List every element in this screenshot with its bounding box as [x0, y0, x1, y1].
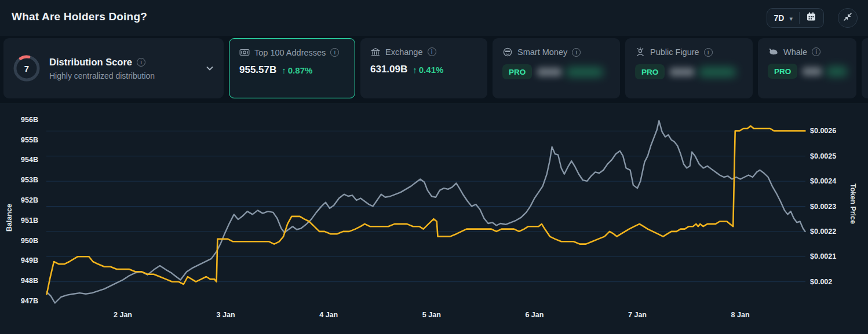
blurred-value — [670, 68, 694, 76]
x-axis-tick: 4 Jan — [319, 311, 338, 319]
blurred-change — [567, 68, 603, 76]
x-axis-tick: 2 Jan — [114, 311, 132, 319]
metric-cards-row: 7 Distribution Score i Highly centralize… — [0, 36, 868, 103]
y-axis-tick: 949B — [21, 256, 38, 265]
blurred-change — [699, 68, 735, 76]
y-axis-tick: 956B — [21, 116, 38, 124]
left-axis-ticks: 947B948B949B950B951B952B953B954B955B956B — [0, 0, 39, 334]
right-axis-ticks: $0.002$0.0021$0.0022$0.0023$0.0024$0.002… — [809, 0, 855, 334]
chart-plot-area[interactable] — [46, 110, 805, 304]
metric-card-top100[interactable]: Top 100 Addresses i 955.57B ↑0.87% — [229, 38, 355, 98]
blurred-value — [537, 68, 561, 76]
panel-header: What Are Holders Doing? 7D ▾ — [0, 0, 868, 36]
y-axis-tick: $0.0022 — [810, 227, 836, 236]
chevron-down-icon[interactable] — [205, 64, 214, 73]
metric-label: Public Figure — [650, 47, 699, 57]
distribution-score-subtitle: Highly centralized distribution — [49, 71, 196, 80]
left-axis-title: Balance — [5, 204, 13, 232]
info-icon[interactable]: i — [137, 58, 145, 67]
up-arrow-icon: ↑ — [282, 65, 286, 75]
distribution-score-title: Distribution Score — [49, 57, 132, 68]
whale-icon — [768, 47, 779, 57]
y-axis-tick: 951B — [21, 216, 38, 225]
chevron-down-icon: ▾ — [789, 15, 793, 23]
holders-panel: What Are Holders Doing? 7D ▾ — [0, 0, 868, 334]
metric-label: Whale — [783, 47, 807, 57]
pro-badge: PRO — [502, 64, 532, 79]
y-axis-tick: 954B — [21, 156, 38, 164]
y-axis-tick: $0.0021 — [810, 252, 836, 260]
x-axis-tick: 7 Jan — [628, 311, 647, 319]
divider — [799, 12, 800, 24]
pro-badge: PRO — [635, 64, 665, 79]
info-icon[interactable]: i — [428, 47, 436, 56]
metric-card-smart-money[interactable]: Smart Money i PRO — [493, 38, 620, 98]
y-axis-tick: $0.002 — [810, 278, 832, 286]
metric-change: ↑0.87% — [282, 65, 312, 75]
metric-card-public-figure[interactable]: Public Figure i PRO — [625, 38, 753, 98]
metric-label: Smart Money — [517, 47, 567, 57]
info-icon[interactable]: i — [572, 48, 581, 57]
metric-label: Top 100 Addresses — [254, 48, 326, 57]
banknote-icon — [239, 47, 250, 57]
y-axis-tick: 952B — [21, 196, 38, 204]
y-axis-tick: $0.0023 — [810, 203, 836, 211]
next-card-peek[interactable] — [862, 38, 868, 98]
x-axis-tick: 8 Jan — [731, 311, 750, 319]
info-icon[interactable]: i — [330, 48, 339, 57]
y-axis-tick: 950B — [21, 237, 38, 245]
y-axis-tick: 955B — [21, 136, 38, 144]
metric-value: 955.57B — [239, 64, 276, 76]
right-axis-title: Token Price — [849, 183, 857, 224]
x-axis-tick: 6 Jan — [525, 311, 544, 319]
range-value: 7D — [774, 13, 785, 23]
up-arrow-icon: ↑ — [413, 65, 417, 75]
y-axis-tick: 953B — [21, 176, 38, 184]
info-icon[interactable]: i — [704, 48, 713, 57]
pro-badge: PRO — [768, 64, 797, 79]
x-axis-tick: 3 Jan — [217, 311, 235, 319]
metric-change: ↑0.41% — [413, 65, 443, 75]
y-axis-tick: $0.0024 — [810, 177, 836, 185]
y-axis-tick: 948B — [21, 277, 38, 285]
public-figure-icon — [635, 47, 645, 57]
metric-label: Exchange — [385, 47, 423, 57]
smart-money-icon — [502, 47, 513, 57]
metric-value: 631.09B — [370, 64, 407, 75]
y-axis-tick: 947B — [21, 297, 38, 305]
y-axis-tick: $0.0026 — [810, 127, 836, 135]
x-axis-tick: 5 Jan — [422, 311, 441, 319]
metric-card-exchange[interactable]: Exchange i 631.09B ↑0.41% — [360, 38, 487, 98]
bank-icon — [370, 47, 381, 57]
y-axis-tick: $0.0025 — [810, 152, 836, 160]
